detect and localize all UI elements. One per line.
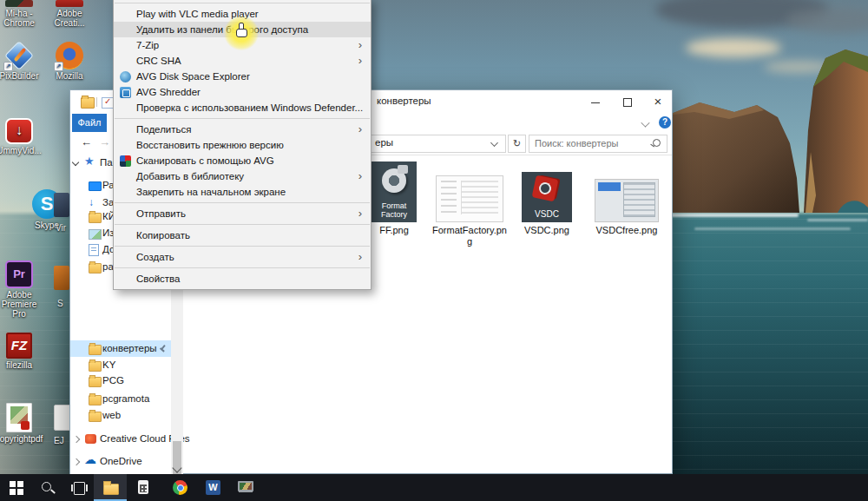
- nav-item-konvertery-selected[interactable]: конвертеры: [70, 340, 173, 357]
- menu-item-pin-to-start[interactable]: Закрепить на начальном экране: [114, 184, 371, 200]
- submenu-arrow-icon: [358, 122, 362, 135]
- qat-separator: [96, 97, 97, 107]
- file-menu-tab[interactable]: Файл: [72, 114, 107, 132]
- menu-item-share[interactable]: Поделиться: [114, 122, 371, 137]
- cliff-rocks: [660, 48, 868, 221]
- chevron-down-icon[interactable]: [72, 159, 79, 166]
- nav-item-onedrive[interactable]: ☁ OneDrive: [70, 453, 171, 470]
- nav-item-folder[interactable]: pcgramota: [70, 391, 171, 407]
- creative-cloud-icon: [85, 434, 96, 444]
- folder-icon: [89, 213, 102, 223]
- adobe-thumbnail-icon: [56, 0, 83, 7]
- chevron-right-icon[interactable]: [73, 436, 80, 443]
- desktop-icon-label: EJ: [54, 436, 64, 445]
- submenu-arrow-icon: [358, 38, 362, 51]
- desktop-icon-label: Vir: [56, 223, 66, 233]
- taskbar: W: [0, 474, 868, 501]
- desktop-icon-label: S: [57, 299, 63, 308]
- taskbar-word-icon[interactable]: W: [206, 480, 220, 495]
- cloud: [786, 7, 868, 33]
- menu-item-add-to-library[interactable]: Добавить в библиотеку: [114, 168, 371, 184]
- desktop-icon-filezilla[interactable]: FZ filezilla: [0, 333, 43, 370]
- ummy-download-icon: [5, 118, 33, 144]
- desktop-icon-partial[interactable]: [54, 266, 69, 290]
- taskbar-media-player-icon[interactable]: [238, 481, 255, 498]
- desktop-icon-partial[interactable]: [54, 405, 69, 431]
- desktop-icon-chrome-shortcut[interactable]: Mi-ha - Chrome: [0, 0, 43, 28]
- mouse-cursor: [224, 16, 259, 50]
- screenshot-thumbnail: [595, 179, 659, 222]
- partial-icon: [54, 405, 71, 431]
- hand-pointer-icon: [236, 23, 247, 36]
- desktop-icon-premiere[interactable]: Pr Adobe Premiere Pro: [0, 260, 43, 319]
- start-button[interactable]: [10, 481, 27, 498]
- forward-button[interactable]: →: [99, 135, 110, 148]
- close-button[interactable]: [642, 90, 674, 114]
- menu-item-copy[interactable]: Копировать: [114, 227, 371, 243]
- avg-shredder-icon: [120, 87, 131, 98]
- folder-icon: [89, 345, 102, 355]
- menu-item-new[interactable]: Создать: [114, 249, 371, 265]
- filezilla-icon: FZ: [6, 333, 32, 359]
- search-box[interactable]: Поиск: конвертеры: [529, 135, 667, 153]
- menu-item-avg-disk-space[interactable]: AVG Disk Space Explorer: [114, 69, 371, 84]
- desktop-icon: [89, 181, 102, 191]
- menu-item-windows-defender-scan[interactable]: Проверка с использованием Windows Defend…: [114, 100, 371, 115]
- minimize-button[interactable]: [580, 90, 611, 114]
- back-button[interactable]: ←: [81, 135, 92, 148]
- desktop-icon-mozilla[interactable]: Mozilla: [45, 42, 94, 81]
- pdf-document-icon: [6, 403, 32, 432]
- desktop-icon-pixbuilder[interactable]: PixBuilder: [0, 42, 43, 81]
- qat-folder-icon[interactable]: [81, 97, 95, 109]
- address-dropdown-icon[interactable]: [490, 139, 498, 147]
- taskbar-calculator-icon[interactable]: [135, 480, 153, 498]
- nav-item-creative-cloud[interactable]: Creative Cloud Files: [70, 431, 171, 447]
- nav-item-folder[interactable]: web: [70, 407, 171, 424]
- downloads-icon: ↓: [89, 197, 100, 208]
- task-view-icon[interactable]: [71, 481, 89, 498]
- taskbar-search-icon[interactable]: [41, 481, 58, 498]
- desktop-icon-adobe-creative[interactable]: Adobe Creati...: [45, 0, 94, 28]
- menu-separator: [115, 224, 370, 225]
- menu-item-avg-scan[interactable]: Сканировать с помощью AVG: [114, 153, 371, 168]
- chevron-right-icon[interactable]: [73, 458, 80, 465]
- file-item-vsdcfree-png[interactable]: VSDCfree.png: [589, 158, 664, 236]
- folder-icon: [89, 377, 102, 387]
- file-item-vsdc-png[interactable]: VSDC VSDC.png: [510, 158, 584, 236]
- submenu-arrow-icon: [358, 250, 362, 263]
- desktop-icon-partial[interactable]: [54, 193, 69, 217]
- screenshot-thumbnail: [436, 175, 503, 222]
- menu-item-avg-shredder[interactable]: AVG Shredder: [114, 84, 371, 100]
- menu-item-crc-sha[interactable]: CRC SHA: [114, 53, 371, 69]
- address-text: еры: [375, 137, 393, 148]
- help-icon[interactable]: ?: [659, 116, 671, 129]
- pin-icon: [159, 344, 168, 353]
- nav-item-folder[interactable]: KY: [70, 357, 171, 373]
- menu-separator: [115, 267, 370, 268]
- maximize-button[interactable]: [611, 90, 642, 114]
- file-item-formatfactory-png[interactable]: FormatFactory.png: [432, 158, 507, 247]
- refresh-button[interactable]: ↻: [508, 135, 526, 153]
- desktop-icon-copyright-pdf[interactable]: copyrightpdf: [0, 403, 43, 444]
- nav-item-folder[interactable]: PCG: [70, 372, 171, 389]
- window-title: конвертеры: [377, 96, 431, 106]
- file-name: VSDCfree.png: [589, 225, 664, 236]
- menu-separator: [115, 202, 370, 203]
- search-icon[interactable]: [653, 139, 661, 147]
- folder-icon: [89, 395, 102, 405]
- desktop-icon-ummy[interactable]: UmmyVid...: [0, 116, 43, 155]
- submenu-arrow-icon: [358, 54, 362, 67]
- menu-item-properties[interactable]: Свойства: [114, 271, 371, 287]
- menu-item-restore-previous[interactable]: Восстановить прежнюю версию: [114, 137, 371, 153]
- taskbar-chrome-icon[interactable]: [173, 480, 187, 495]
- shortcut-arrow-icon: [54, 62, 63, 71]
- desktop-icon-label: Mi-ha - Chrome: [0, 9, 43, 28]
- taskbar-file-explorer-icon[interactable]: [102, 481, 120, 498]
- menu-item-send-to[interactable]: Отправить: [114, 206, 371, 221]
- desktop-icon-label: copyrightpdf: [0, 434, 43, 444]
- folder-icon: [89, 361, 102, 372]
- desktop-screen: Mi-ha - Chrome Adobe Creati... PixBuilde…: [0, 0, 868, 501]
- folder-icon: [89, 412, 102, 422]
- ribbon-collapse-icon[interactable]: [641, 118, 649, 127]
- avg-disk-space-icon: [120, 71, 131, 82]
